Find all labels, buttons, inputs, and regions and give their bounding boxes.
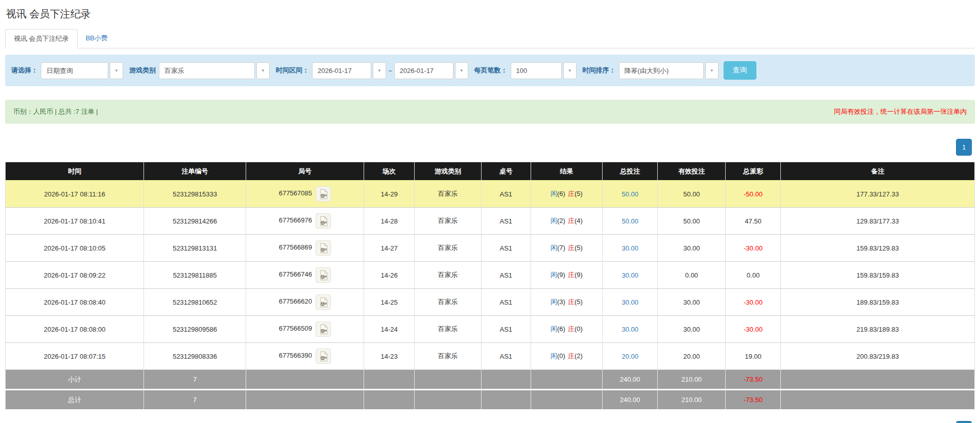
cell-remark: 219.83/189.83 <box>781 316 975 343</box>
date-to-value[interactable]: 2026-01-17 <box>394 62 453 79</box>
chevron-down-icon[interactable]: ▼ <box>563 62 577 79</box>
result-player-label: 闲 <box>551 217 557 225</box>
table-row: 2026-01-17 08:08:00 523129809586 6775665… <box>6 316 975 343</box>
cell-payout: 0.00 <box>726 262 781 289</box>
total-bet-link[interactable]: 30.00 <box>622 298 638 306</box>
cell-payout: -30.00 <box>726 289 781 316</box>
result-banker-score: (9) <box>575 271 583 279</box>
video-replay-button[interactable] <box>316 321 331 337</box>
total-bet-link[interactable]: 30.00 <box>622 326 638 333</box>
game-type-value[interactable]: 百家乐 <box>159 62 255 79</box>
cell-bet-id: 523129810652 <box>144 289 246 316</box>
cell-session: 14-26 <box>364 262 415 289</box>
cell-time: 2026-01-17 08:07:15 <box>6 343 144 370</box>
total-payout: -73.50 <box>744 396 762 404</box>
cell-session: 14-23 <box>364 343 415 370</box>
col-payout: 总派彩 <box>726 162 781 181</box>
cell-valid-bet: 30.00 <box>658 289 726 316</box>
total-bet-link[interactable]: 30.00 <box>622 244 638 252</box>
result-player-label: 闲 <box>551 325 557 333</box>
payout-value: 47.50 <box>745 217 761 225</box>
date-from-dropdown[interactable]: 2026-01-17 ▼ <box>312 62 386 79</box>
cell-game-type: 百家乐 <box>414 262 481 289</box>
round-id-value: 677566976 <box>279 216 312 224</box>
cell-remark: 159.83/159.83 <box>781 262 975 289</box>
result-banker-label: 庄 <box>568 298 575 306</box>
page-1-button[interactable]: 1 <box>956 139 972 156</box>
search-button[interactable]: 查询 <box>724 61 756 80</box>
filter-bar: 请选择： 日期查询 ▼ 游戏类别 百家乐 ▼ 时间区间： 2026-01-17 … <box>5 55 975 86</box>
time-sort-label: 时间排序： <box>583 66 616 75</box>
total-bet-link[interactable]: 50.00 <box>622 190 638 198</box>
cell-bet-id: 523129813131 <box>144 235 246 262</box>
result-banker-label: 庄 <box>568 325 575 333</box>
result-player-label: 闲 <box>551 244 557 252</box>
page: 视讯 会员下注纪录 视讯 会员下注纪录 BB小费 请选择： 日期查询 ▼ 游戏类… <box>0 7 980 423</box>
time-sort-value[interactable]: 降幂(由大到小) <box>619 62 704 79</box>
cell-game-type: 百家乐 <box>414 235 481 262</box>
result-banker-score: (5) <box>575 190 583 197</box>
cell-game-type: 百家乐 <box>414 316 481 343</box>
table-header: 时间 注单编号 局号 场次 游戏类别 桌号 结果 总投注 有效投注 总派彩 备注 <box>6 162 975 181</box>
result-banker-score: (2) <box>575 352 583 360</box>
cell-table-no: AS1 <box>481 262 531 289</box>
cell-round-id: 677566390 <box>246 343 364 370</box>
chevron-down-icon[interactable]: ▼ <box>110 62 123 79</box>
select-type-label: 请选择： <box>11 66 38 75</box>
pagination-bottom: 1 <box>5 421 975 423</box>
round-id-value: 677566869 <box>279 243 312 251</box>
date-from-value[interactable]: 2026-01-17 <box>312 62 371 79</box>
cell-round-id: 677566620 <box>246 289 364 316</box>
total-bet-link[interactable]: 50.00 <box>622 217 638 225</box>
chevron-down-icon[interactable]: ▼ <box>256 62 270 79</box>
cell-valid-bet: 30.00 <box>658 316 726 343</box>
col-table-no: 桌号 <box>481 162 531 181</box>
cell-session: 14-29 <box>364 181 415 208</box>
cell-bet-id: 523129808336 <box>144 343 246 370</box>
video-replay-button[interactable] <box>316 186 331 202</box>
page-size-value[interactable]: 100 <box>511 62 562 79</box>
cell-result: 闲(0)庄(2) <box>531 343 602 370</box>
tab-bb-tips[interactable]: BB小费 <box>78 29 116 48</box>
chevron-down-icon[interactable]: ▼ <box>705 62 719 79</box>
round-id-value: 677567085 <box>279 189 312 197</box>
time-sort-dropdown[interactable]: 降幂(由大到小) ▼ <box>619 62 719 79</box>
page-1-button[interactable]: 1 <box>956 421 972 423</box>
chevron-down-icon[interactable]: ▼ <box>373 62 386 79</box>
table-row: 2026-01-17 08:10:05 523129813131 6775668… <box>6 235 975 262</box>
total-bet-link[interactable]: 20.00 <box>622 353 638 360</box>
cell-total-bet: 30.00 <box>603 316 658 343</box>
video-replay-button[interactable] <box>316 240 331 256</box>
cell-payout: -30.00 <box>726 316 781 343</box>
round-id-value: 677566620 <box>279 297 312 305</box>
cell-session: 14-28 <box>364 208 415 235</box>
col-result: 结果 <box>531 162 602 181</box>
query-type-value[interactable]: 日期查询 <box>41 62 108 79</box>
subtotal-label: 小计 <box>6 370 144 390</box>
video-replay-icon <box>319 270 328 281</box>
cell-result: 闲(6)庄(5) <box>531 181 602 208</box>
result-player-label: 闲 <box>551 352 557 360</box>
cell-total-bet: 50.00 <box>603 181 658 208</box>
cell-bet-id: 523129814266 <box>144 208 246 235</box>
cell-valid-bet: 50.00 <box>658 208 726 235</box>
video-replay-button[interactable] <box>316 294 331 310</box>
page-size-dropdown[interactable]: 100 ▼ <box>511 62 577 79</box>
video-replay-button[interactable] <box>316 213 331 229</box>
video-replay-button[interactable] <box>316 349 331 364</box>
video-replay-button[interactable] <box>316 267 331 283</box>
col-bet-id: 注单编号 <box>144 162 246 181</box>
video-replay-icon <box>319 243 328 254</box>
cell-round-id: 677566509 <box>246 316 364 343</box>
total-bet-link[interactable]: 30.00 <box>622 271 638 279</box>
chevron-down-icon[interactable]: ▼ <box>455 62 468 79</box>
result-player-label: 闲 <box>551 298 557 306</box>
pagination-top: 1 <box>5 139 975 156</box>
cell-round-id: 677566869 <box>246 235 364 262</box>
date-to-dropdown[interactable]: 2026-01-17 ▼ <box>394 62 468 79</box>
col-round-id: 局号 <box>246 162 364 181</box>
cell-time: 2026-01-17 08:11:16 <box>6 181 144 208</box>
query-type-dropdown[interactable]: 日期查询 ▼ <box>41 62 123 79</box>
game-type-dropdown[interactable]: 百家乐 ▼ <box>159 62 270 79</box>
tab-betting-records[interactable]: 视讯 会员下注纪录 <box>5 29 78 48</box>
